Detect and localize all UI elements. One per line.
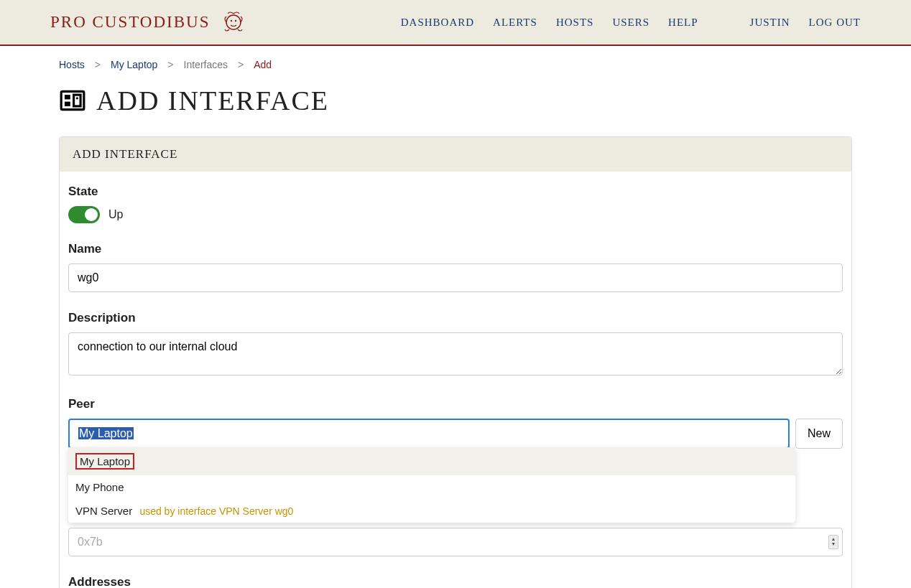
state-toggle[interactable] xyxy=(68,206,100,223)
peer-option-vpn-server[interactable]: VPN Server used by interface VPN Server … xyxy=(68,499,795,523)
svg-rect-6 xyxy=(74,95,81,106)
main-nav: DASHBOARD ALERTS HOSTS USERS HELP JUSTIN… xyxy=(401,17,861,29)
nav-current-user[interactable]: JUSTIN xyxy=(750,17,790,29)
svg-rect-5 xyxy=(65,102,70,106)
nav-help[interactable]: HELP xyxy=(668,17,698,29)
breadcrumb-separator: > xyxy=(95,59,101,70)
peer-option-note: used by interface VPN Server wg0 xyxy=(139,505,293,517)
page-title: ADD INTERFACE xyxy=(96,85,329,116)
breadcrumb-separator: > xyxy=(238,59,244,70)
brand-text: PRO CUSTODIBUS xyxy=(50,13,211,32)
svg-rect-4 xyxy=(65,95,70,99)
description-label: Description xyxy=(68,311,843,325)
name-label: Name xyxy=(68,242,843,256)
peer-option-label: My Phone xyxy=(75,481,124,493)
nav-logout[interactable]: LOG OUT xyxy=(809,17,861,29)
number-input[interactable] xyxy=(68,528,843,556)
number-spinner[interactable]: ▲ ▼ xyxy=(828,535,838,549)
app-header: PRO CUSTODIBUS DASHBOARD ALERTS HOSTS US… xyxy=(0,0,911,46)
field-state: State Up xyxy=(68,185,843,223)
chevron-down-icon: ▼ xyxy=(831,542,836,547)
page-title-row: ADD INTERFACE xyxy=(59,85,852,116)
field-peer: Peer My Laptop New My Laptop My Phone xyxy=(68,397,843,449)
panel-title: ADD INTERFACE xyxy=(60,137,851,172)
field-number: ▲ ▼ xyxy=(68,528,843,556)
svg-point-2 xyxy=(234,20,236,22)
peer-option-my-laptop[interactable]: My Laptop xyxy=(68,447,795,475)
peer-option-label: VPN Server xyxy=(75,505,132,517)
peer-input-value: My Laptop xyxy=(78,427,134,439)
svg-point-0 xyxy=(226,15,241,29)
svg-point-7 xyxy=(76,97,78,99)
peer-option-my-phone[interactable]: My Phone xyxy=(68,475,795,499)
toggle-knob xyxy=(85,208,98,221)
brand[interactable]: PRO CUSTODIBUS xyxy=(50,8,248,37)
breadcrumb-current: Add xyxy=(254,59,272,70)
new-peer-button[interactable]: New xyxy=(795,419,843,449)
breadcrumb-separator: > xyxy=(167,59,173,70)
breadcrumb: Hosts > My Laptop > Interfaces > Add xyxy=(59,59,852,70)
add-interface-panel: ADD INTERFACE State Up Name Description xyxy=(59,136,852,588)
page-content: Hosts > My Laptop > Interfaces > Add ADD… xyxy=(0,46,911,588)
breadcrumb-host[interactable]: My Laptop xyxy=(111,59,157,70)
field-addresses: Addresses xyxy=(68,575,843,588)
nav-users[interactable]: USERS xyxy=(612,17,649,29)
state-label: State xyxy=(68,185,843,199)
peer-option-label: My Laptop xyxy=(75,453,134,470)
field-description: Description xyxy=(68,311,843,378)
nav-hosts[interactable]: HOSTS xyxy=(556,17,594,29)
peer-input[interactable]: My Laptop xyxy=(68,419,790,449)
peer-dropdown: My Laptop My Phone VPN Server used by in… xyxy=(68,447,795,523)
peer-label: Peer xyxy=(68,397,843,411)
name-input[interactable] xyxy=(68,263,843,292)
breadcrumb-interfaces: Interfaces xyxy=(184,59,228,70)
interface-icon xyxy=(59,87,86,114)
field-name: Name xyxy=(68,242,843,292)
addresses-label: Addresses xyxy=(68,575,843,588)
breadcrumb-hosts[interactable]: Hosts xyxy=(59,59,85,70)
panel-body: State Up Name Description Peer xyxy=(60,172,851,588)
nav-dashboard[interactable]: DASHBOARD xyxy=(401,17,474,29)
state-value: Up xyxy=(108,208,123,221)
description-input[interactable] xyxy=(68,332,843,375)
nav-alerts[interactable]: ALERTS xyxy=(493,17,537,29)
svg-point-1 xyxy=(230,20,231,22)
medusa-logo-icon xyxy=(219,8,248,37)
